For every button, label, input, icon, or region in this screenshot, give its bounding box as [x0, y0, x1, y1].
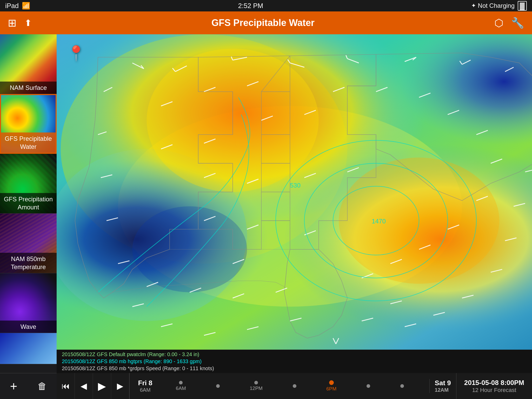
map-canvas: 530 1470 📍 [57, 34, 532, 350]
sidebar-item-label-nam-850mb: NAM 850mbTemperature [0, 253, 57, 273]
delete-layer-button[interactable]: 🗑 [37, 381, 47, 392]
weather-map-svg: 530 1470 [57, 34, 532, 350]
sidebar-bottom: + 🗑 [0, 373, 57, 399]
next-button[interactable]: ▶ [111, 373, 129, 399]
sidebar-item-6[interactable] [0, 333, 57, 364]
status-time: 2:52 PM [238, 2, 263, 10]
sidebar-toggle-button[interactable]: ⊞ [8, 17, 17, 29]
skip-back-button[interactable]: ⏮ [57, 373, 75, 399]
sidebar-item-nam-surface[interactable]: NAM Surface [0, 34, 57, 94]
bluetooth-icon: ✦ [471, 2, 476, 9]
status-left: iPad 📶 [5, 2, 30, 10]
fri-sub: 6AM [140, 387, 150, 393]
forecast-date: 2015-05-08 8:00PM [464, 379, 524, 387]
sidebar: NAM Surface GFS Precipitable Water GFS P… [0, 34, 57, 399]
settings-icon[interactable]: 🔧 [511, 17, 524, 29]
timeline-ticks: 6AM 12PM 6PM [161, 380, 419, 392]
contour-label-530: 530 [290, 182, 301, 189]
timeline-bar: ⏮ ◀ ▶ ▶ Fri 8 6AM 6AM 12PM [57, 373, 532, 399]
location-pin[interactable]: 📍 [67, 45, 85, 62]
nav-right: ⬡ 🔧 [494, 17, 524, 29]
sidebar-item-label-nam-surface: NAM Surface [0, 82, 57, 94]
device-label: iPad [5, 2, 19, 10]
page-title: GFS Precipitable Water [32, 17, 494, 28]
sidebar-item-label-gfs-precip: GFS PrecipitationAmount [0, 193, 57, 213]
timeline-controls: ⏮ ◀ ▶ ▶ [57, 373, 130, 399]
wifi-icon: 📶 [22, 2, 30, 10]
sat-label: Sat 9 [435, 379, 451, 387]
sidebar-item-gfs-precip[interactable]: GFS PrecipitationAmount [0, 154, 57, 214]
sidebar-item-wave[interactable]: Wave [0, 273, 57, 333]
tick-2[interactable] [216, 384, 220, 388]
nav-left: ⊞ ⬆ [8, 17, 32, 29]
play-button[interactable]: ▶ [93, 373, 111, 399]
nav-bar: ⊞ ⬆ GFS Precipitable Water ⬡ 🔧 [0, 11, 532, 34]
tick-5[interactable] [329, 380, 334, 385]
fri-label: Fri 8 [138, 379, 152, 387]
sidebar-item-gfs-precip-water[interactable]: GFS Precipitable Water [0, 94, 57, 154]
tick-4[interactable] [293, 384, 296, 388]
tick-1[interactable] [179, 381, 183, 384]
forecast-area: 2015-05-08 8:00PM 12 Hour Forecast [456, 373, 532, 399]
status-right: ✦ Not Charging ▓ [471, 1, 527, 11]
timeline-track[interactable]: Fri 8 6AM 6AM 12PM 6PM [130, 373, 429, 399]
info-bar: 20150508/12Z GFS Default pwatclm (Range:… [57, 350, 532, 373]
battery-icon: ▓ [518, 1, 527, 11]
map-area: 530 1470 📍 20150508/12Z GFS Default pwat… [57, 34, 532, 399]
battery-label: Not Charging [478, 2, 515, 9]
info-line-2: 20150508/12Z GFS 850 mb hgtprs (Range: 8… [62, 358, 527, 364]
contour-label-1470: 1470 [372, 218, 386, 225]
prev-button[interactable]: ◀ [75, 373, 93, 399]
info-line-1: 20150508/12Z GFS Default pwatclm (Range:… [62, 351, 527, 357]
tick-7[interactable] [400, 384, 404, 388]
tick-6[interactable] [367, 384, 370, 388]
tick-3[interactable] [254, 381, 258, 384]
layers-icon[interactable]: ⬡ [494, 17, 503, 29]
sidebar-item-label-wave: Wave [0, 321, 57, 333]
forecast-label: 12 Hour Forecast [472, 387, 516, 394]
sat-sub: 12AM [435, 387, 451, 393]
add-layer-button[interactable]: + [10, 379, 17, 393]
sidebar-item-label-gfs-precip-water: GFS Precipitable Water [1, 132, 56, 153]
status-bar: iPad 📶 2:52 PM ✦ Not Charging ▓ [0, 0, 532, 11]
info-line-3: 20150508/12Z GFS 850 mb *grdprs Speed (R… [62, 365, 527, 371]
sat-label-area: Sat 9 12AM [429, 379, 456, 393]
sidebar-item-nam-850mb[interactable]: NAM 850mbTemperature [0, 214, 57, 273]
share-button[interactable]: ⬆ [24, 18, 32, 28]
